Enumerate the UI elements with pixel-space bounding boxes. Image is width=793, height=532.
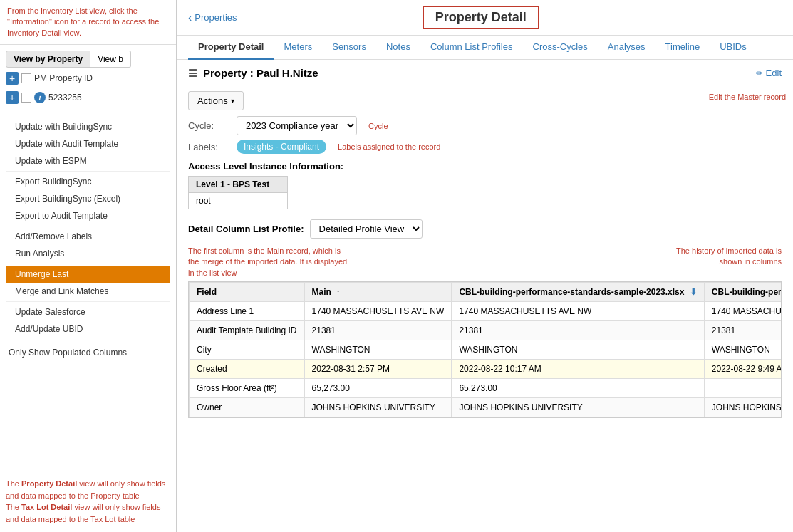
actions-button[interactable]: Actions <box>188 91 244 110</box>
download-icon-1[interactable]: ⬇ <box>690 287 697 297</box>
actions-dropdown-menu: Update with BuildingSync Update with Aud… <box>6 118 170 338</box>
value-city-col2: WASHINGTON <box>452 340 704 360</box>
sort-icon: ↑ <box>336 288 340 296</box>
field-audit-template-id: Audit Template Building ID <box>190 321 305 340</box>
data-table: Field Main ↑ CBL-building-performance-st… <box>189 282 782 417</box>
access-level-header: Level 1 - BPS Test <box>189 177 287 193</box>
menu-update-audit[interactable]: Update with Audit Template <box>6 135 170 152</box>
table-row: Audit Template Building ID 21381 21381 2… <box>190 321 782 340</box>
menu-export-audit[interactable]: Export to Audit Template <box>6 207 170 224</box>
access-level-value: root <box>189 193 287 209</box>
table-row: City WASHINGTON WASHINGTON WASHINGTON <box>190 340 782 360</box>
access-table: Level 1 - BPS Test root <box>188 176 288 209</box>
select-all-checkbox[interactable] <box>21 73 31 83</box>
property-id: 5233255 <box>48 93 82 103</box>
back-to-properties[interactable]: Properties <box>188 11 237 24</box>
main-content: Properties Property Detail Property Deta… <box>177 0 793 532</box>
tab-timeline[interactable]: Timeline <box>655 36 710 60</box>
value-address-col2: 1740 MASSACHUSETTS AVE NW <box>452 302 704 321</box>
cycle-select[interactable]: 2023 Compliance year <box>237 116 357 135</box>
profile-select[interactable]: Detailed Profile View <box>310 219 423 239</box>
value-address-main: 1740 MASSACHUSETTS AVE NW <box>304 302 452 321</box>
field-created: Created <box>190 360 305 379</box>
tab-meters[interactable]: Meters <box>274 36 322 60</box>
col-header-main[interactable]: Main ↑ <box>304 283 452 302</box>
field-owner: Owner <box>190 398 305 417</box>
menu-update-espm[interactable]: Update with ESPM <box>6 152 170 169</box>
tab-ubids[interactable]: UBIDs <box>710 36 757 60</box>
top-annotation: From the Inventory List view, click the … <box>0 0 176 45</box>
edit-annotation: Edit the Master record <box>709 93 786 101</box>
menu-update-buildingsync[interactable]: Update with BuildingSync <box>6 118 170 135</box>
property-icon: ☰ <box>188 68 197 79</box>
value-owner-main: JOHNS HOPKINS UNIVERSITY <box>304 398 452 417</box>
menu-export-buildingsync-excel[interactable]: Export BuildingSync (Excel) <box>6 190 170 207</box>
menu-add-remove-labels[interactable]: Add/Remove Labels <box>6 228 170 245</box>
value-created-col3: 2022-08-22 9:49 AM <box>704 360 782 379</box>
value-owner-col2: JOHNS HOPKINS UNIVERSITY <box>452 398 704 417</box>
expand-row-button[interactable]: + <box>6 91 19 104</box>
field-gross-floor-area: Gross Floor Area (ft²) <box>190 379 305 398</box>
value-audit-col3: 21381 <box>704 321 782 340</box>
value-owner-col3: JOHNS HOPKINS UNIVERSITY <box>704 398 782 417</box>
menu-run-analysis[interactable]: Run Analysis <box>6 245 170 262</box>
table-row: Address Line 1 1740 MASSACHUSETTS AVE NW… <box>190 302 782 321</box>
cycle-row: Cycle: 2023 Compliance year Cycle <box>177 116 793 135</box>
menu-add-ubid[interactable]: Add/Update UBID <box>6 320 170 338</box>
history-annotation: The history of imported data is shown in… <box>653 246 782 268</box>
value-created-col2: 2022-08-22 10:17 AM <box>452 360 704 379</box>
inventory-panel: View by Property View b + PM Property ID… <box>0 45 176 113</box>
tab-cross-cycles[interactable]: Cross-Cycles <box>523 36 598 60</box>
col-header-field: Field <box>190 283 305 302</box>
value-gfa-main: 65,273.00 <box>304 379 452 398</box>
profile-label: Detail Column List Profile: <box>188 224 304 234</box>
labels-label: Labels: <box>188 142 231 152</box>
table-header-row: Field Main ↑ CBL-building-performance-st… <box>190 283 782 302</box>
tab-view-by[interactable]: View b <box>90 51 131 68</box>
labels-row: Labels: Insights - Compliant Labels assi… <box>177 140 793 154</box>
tabs-bar: Property Detail Meters Sensors Notes Col… <box>177 36 793 60</box>
value-city-main: WASHINGTON <box>304 340 452 360</box>
menu-update-salesforce[interactable]: Update Salesforce <box>6 303 170 320</box>
profile-row: Detail Column List Profile: Detailed Pro… <box>177 215 793 243</box>
col-header-cbl1: CBL-building-performance-standards-sampl… <box>452 283 704 302</box>
value-audit-col2: 21381 <box>452 321 704 340</box>
labels-annotation: Labels assigned to the record <box>338 142 440 151</box>
tab-sensors[interactable]: Sensors <box>322 36 376 60</box>
bottom-annotation: The Property Detail view will only show … <box>6 478 173 525</box>
controls-row: Actions <box>177 85 793 116</box>
tab-notes[interactable]: Notes <box>376 36 420 60</box>
top-bar: Properties Property Detail <box>177 0 793 36</box>
access-level-title: Access Level Instance Information: <box>188 161 782 172</box>
edit-button[interactable]: Edit <box>756 68 782 78</box>
value-city-col3: WASHINGTON <box>704 340 782 360</box>
only-show-populated-columns[interactable]: Only Show Populated Columns <box>0 343 176 362</box>
menu-unmerge-last[interactable]: Unmerge Last <box>6 266 170 283</box>
field-address-line1: Address Line 1 <box>190 302 305 321</box>
table-row-highlight: Created 2022-08-31 2:57 PM 2022-08-22 10… <box>190 360 782 379</box>
label-badge: Insights - Compliant <box>237 140 326 154</box>
inventory-col-label: PM Property ID <box>34 73 170 83</box>
cycle-annotation: Cycle <box>368 122 388 130</box>
add-inventory-button[interactable]: + <box>6 72 19 85</box>
value-address-col3: 1740 MASSACHUSETTS AVE N <box>704 302 782 321</box>
menu-export-buildingsync[interactable]: Export BuildingSync <box>6 173 170 190</box>
main-record-annotation: The first column is the Main record, whi… <box>188 246 352 278</box>
mid-annotations: The first column is the Main record, whi… <box>177 246 793 281</box>
value-gfa-col3 <box>704 379 782 398</box>
value-audit-main: 21381 <box>304 321 452 340</box>
inventory-row: + i 5233255 <box>6 88 170 107</box>
menu-merge-link[interactable]: Merge and Link Matches <box>6 283 170 300</box>
inventory-header-row: + PM Property ID <box>6 72 170 85</box>
tab-view-by-property[interactable]: View by Property <box>6 51 90 68</box>
property-name-row: ☰ Property : Paul H.Nitze <box>188 67 318 79</box>
col-header-cbl2: CBL-building-performance-standards-sampl… <box>704 283 782 302</box>
tab-analyses[interactable]: Analyses <box>598 36 655 60</box>
tab-property-detail[interactable]: Property Detail <box>188 36 274 60</box>
info-icon[interactable]: i <box>34 92 46 103</box>
field-city: City <box>190 340 305 360</box>
tab-column-list-profiles[interactable]: Column List Profiles <box>420 36 523 60</box>
property-heading: ☰ Property : Paul H.Nitze Edit <box>177 60 793 85</box>
row-checkbox[interactable] <box>21 93 31 103</box>
data-table-container: Field Main ↑ CBL-building-performance-st… <box>188 281 782 418</box>
